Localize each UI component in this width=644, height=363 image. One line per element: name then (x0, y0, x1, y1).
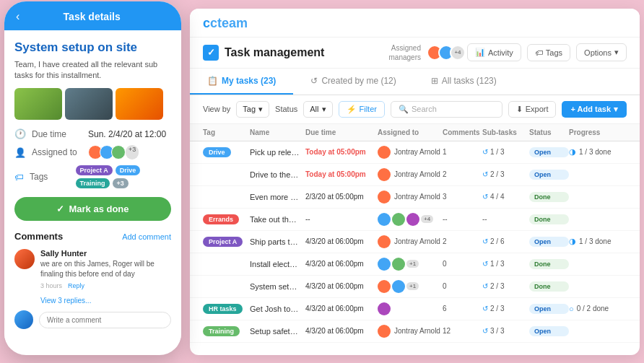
task-name: Ship parts to customer's site (250, 237, 305, 246)
checkmark-icon: ✓ (56, 204, 64, 214)
chevron-icon: ▾ (258, 105, 263, 114)
subtask-icon: ↺ (482, 193, 488, 201)
progress-icon: ○ (569, 305, 574, 313)
export-button[interactable]: ⬇ Export (508, 101, 557, 118)
due-time: 4/3/20 at 06:00pm (305, 237, 378, 245)
subtask-cell: ↺ 2 / 6 (482, 237, 529, 245)
table-row[interactable]: Drive to the post office to send.... Tod… (190, 164, 640, 186)
tag-training[interactable]: Training (76, 178, 110, 188)
tag-project-a[interactable]: Project A (76, 165, 113, 175)
add-task-button[interactable]: + Add task ▾ (562, 101, 627, 118)
comment-input[interactable] (39, 312, 171, 328)
col-name: Name (250, 128, 305, 136)
phone-body: System setup on site Team, I have create… (4, 30, 181, 348)
view-replies[interactable]: View 3 replies... (40, 297, 171, 305)
tag-pill: Errands (203, 214, 239, 224)
header-title: Task management (225, 46, 324, 59)
table-row[interactable]: Errands Take out the trash -- +4 -- -- D… (190, 209, 640, 231)
row-avatar (378, 280, 391, 293)
table-row[interactable]: HR tasks Get Josh to sign updated 401...… (190, 298, 640, 320)
status-value: All (310, 105, 318, 113)
assigned-label: Assigned to (32, 147, 82, 157)
task-management-title: ✓ Task management (203, 45, 324, 61)
comment-count: 3 (443, 193, 482, 201)
phone-header: ‹ Task details (4, 1, 181, 30)
assigned-cell: Jontray Arnold (378, 146, 443, 159)
status-label: Status (275, 105, 297, 113)
filter-button[interactable]: ⚡ Filter (339, 101, 385, 118)
main-wrapper: ‹ Task details System setup on site Team… (4, 9, 640, 355)
tags-button[interactable]: 🏷 Tags (527, 44, 570, 61)
search-box[interactable]: 🔍 Search (391, 101, 502, 118)
row-avatar (378, 146, 391, 159)
brand-text: cteam (210, 16, 248, 30)
progress-icon: ◑ (569, 237, 576, 246)
person-icon: 👤 (14, 147, 26, 158)
subtask-icon: ↺ (482, 170, 488, 178)
back-button[interactable]: ‹ (16, 10, 19, 23)
assigned-cell: +1 (378, 258, 443, 271)
export-label: Export (526, 105, 549, 113)
manager-avatars: +4 (427, 45, 461, 61)
col-progress: Progress (569, 128, 627, 136)
table-row[interactable]: Project A Ship parts to customer's site … (190, 231, 640, 253)
status-select[interactable]: All ▾ (303, 101, 332, 118)
tags-icon: 🏷 (535, 48, 543, 57)
tags-label: Tags (546, 48, 562, 57)
manager-avatar-more: +4 (450, 45, 466, 61)
view-by-label: View by (203, 105, 230, 113)
due-time: 2/3/20 at 05:00pm (305, 193, 378, 201)
assigned-name: Jontray Arnold (394, 327, 440, 335)
avatar-more: +1 (406, 282, 419, 290)
comment-count: 12 (443, 327, 482, 335)
chevron-down-icon: ▾ (614, 48, 619, 57)
tab-my-tasks[interactable]: 📋 My tasks (23) (190, 69, 293, 95)
comment-count: 0 (443, 260, 482, 268)
task-name: Install electrical infrastructure (250, 260, 305, 268)
task-name: System setup on site (250, 282, 305, 291)
filter-icon: ⚡ (347, 105, 357, 114)
due-time-row: 🕐 Due time Sun. 2/4/20 at 12:00 (14, 128, 171, 139)
view-by-select[interactable]: Tag ▾ (236, 101, 269, 118)
mark-done-button[interactable]: ✓ Mark as done (14, 197, 171, 221)
row-avatar (378, 191, 391, 204)
top-right-controls: Assignedmanagers +4 📊 Activity 🏷 Tags Op… (389, 43, 627, 62)
due-value: Sun. 2/4/20 at 12:00 (88, 129, 166, 139)
write-comment-row (14, 310, 171, 329)
tag-more[interactable]: +3 (113, 178, 129, 188)
mark-done-label: Mark as done (69, 204, 129, 214)
all-tasks-label: All tasks (123) (442, 76, 497, 86)
row-avatar (378, 168, 391, 181)
status-badge: Done (529, 259, 569, 269)
tags-row: 🏷 Tags Project A Drive Training +3 (14, 165, 171, 188)
table-row[interactable]: Even more tasks title NEW 2/3/20 at 05:0… (190, 186, 640, 209)
assigned-name: Jontray Arnold (394, 170, 440, 178)
table-row[interactable]: Training Setup safety training for H2 4/… (190, 320, 640, 343)
assigned-row: 👤 Assigned to +3 (14, 145, 171, 159)
view-by-value: Tag (243, 105, 256, 113)
comments-header: Comments Add comment (14, 231, 171, 242)
table-row[interactable]: System setup on site 4/3/20 at 06:00pm +… (190, 276, 640, 298)
table-row[interactable]: Drive Pick up relevant supplies at Cosco… (190, 141, 640, 164)
assigned-cell: Jontray Arnold (378, 168, 443, 181)
progress-cell: ○ 0 / 2 done (569, 305, 627, 313)
tag-pill: HR tasks (203, 304, 243, 314)
add-comment-link[interactable]: Add comment (122, 232, 171, 241)
assigned-cell: Jontray Arnold (378, 191, 443, 204)
subtask-icon: ↺ (482, 148, 488, 156)
tab-all-tasks[interactable]: ⊞ All tasks (123) (414, 69, 514, 95)
tag-drive[interactable]: Drive (116, 165, 141, 175)
assigned-managers-label: Assignedmanagers (389, 43, 421, 62)
avatar-more: +4 (421, 215, 433, 223)
reply-link[interactable]: Reply (68, 282, 84, 289)
due-time: 4/3/20 at 06:00pm (305, 305, 378, 312)
col-status: Status (529, 128, 569, 136)
subtask-icon: ↺ (482, 305, 488, 312)
activity-button[interactable]: 📊 Activity (467, 43, 521, 61)
tab-created-by-me[interactable]: ↺ Created by me (12) (293, 69, 413, 95)
task-name: Take out the trash (250, 215, 305, 224)
search-placeholder: Search (412, 105, 437, 113)
table-row[interactable]: Install electrical infrastructure 4/3/20… (190, 253, 640, 276)
options-button[interactable]: Options ▾ (576, 43, 627, 61)
task-images (14, 88, 171, 120)
